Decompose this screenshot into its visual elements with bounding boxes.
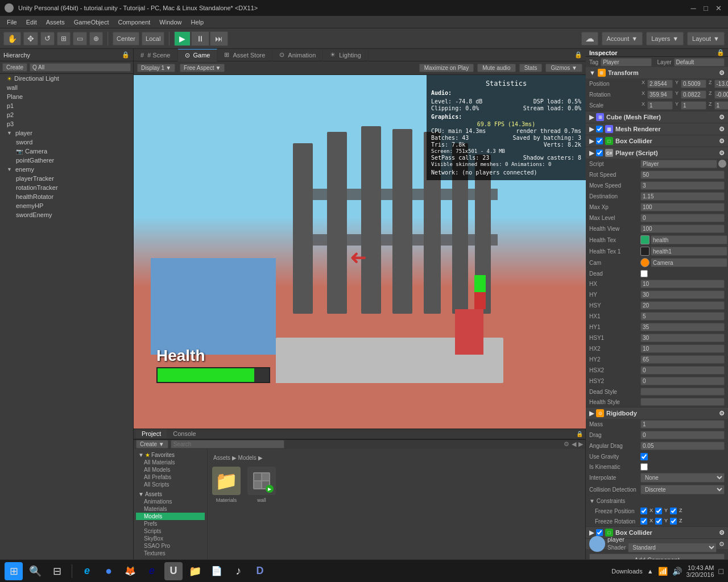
- chrome-btn[interactable]: ●: [100, 562, 118, 580]
- hierarchy-item-wall[interactable]: wall: [0, 83, 133, 92]
- destination-field[interactable]: [640, 192, 725, 201]
- search-btn[interactable]: 🔍: [26, 562, 44, 580]
- hsy1-field[interactable]: [640, 334, 725, 342]
- transform-header[interactable]: ▼ ⊞ Transform ⚙: [586, 67, 728, 78]
- scripts-item[interactable]: Scripts: [136, 527, 205, 535]
- all-materials-item[interactable]: All Materials: [136, 459, 205, 466]
- hx2-field[interactable]: [640, 344, 725, 353]
- all-models-item[interactable]: All Models: [136, 466, 205, 473]
- project-arrow-back-icon[interactable]: ◀: [572, 440, 576, 448]
- firefox-btn[interactable]: 🦊: [121, 562, 139, 580]
- mesh-filter-settings-icon[interactable]: ⚙: [719, 114, 725, 121]
- mesh-renderer-header[interactable]: ▶ ▦ Mesh Renderer ⚙: [586, 123, 728, 135]
- all-scripts-item[interactable]: All Scripts: [136, 481, 205, 488]
- rot-speed-field[interactable]: [640, 171, 725, 179]
- materials-item[interactable]: Materials: [136, 505, 205, 513]
- prefs-item[interactable]: Prefs: [136, 520, 205, 527]
- ie-btn[interactable]: e: [143, 562, 161, 580]
- scale-tool-btn[interactable]: ⊞: [57, 32, 71, 45]
- move-speed-field[interactable]: [640, 181, 725, 190]
- close-btn[interactable]: ✕: [713, 3, 723, 13]
- volume-icon[interactable]: 🔊: [672, 567, 682, 576]
- local-btn[interactable]: Local: [142, 32, 164, 45]
- cloud-btn[interactable]: ☁: [581, 32, 598, 45]
- max-level-field[interactable]: [640, 214, 725, 222]
- tab-animation[interactable]: ⊙ Animation: [272, 49, 323, 61]
- box-collider2-checkbox[interactable]: [596, 529, 603, 536]
- game-view[interactable]: ➜ Health Statistics Audio: Level: -74.8 …: [134, 75, 586, 429]
- hierarchy-search[interactable]: [30, 63, 131, 72]
- hierarchy-item-playertracker[interactable]: playerTracker: [9, 174, 133, 183]
- assets-group[interactable]: ▼Assets: [136, 490, 205, 498]
- rot-y-field[interactable]: [681, 90, 706, 99]
- menu-gameobject[interactable]: GameObject: [69, 18, 114, 27]
- box-collider-header[interactable]: ▶ □ Box Collider ⚙: [586, 135, 728, 147]
- hsy-field[interactable]: [640, 301, 725, 310]
- hsy2-field[interactable]: [640, 377, 725, 385]
- minimize-btn[interactable]: ─: [688, 3, 698, 13]
- layers-dropdown[interactable]: Layers ▼: [646, 32, 684, 45]
- collision-select[interactable]: Discrete Continuous Continuous Dynamic: [640, 485, 725, 494]
- mesh-filter-header[interactable]: ▶ ⊞ Cube (Mesh Filter) ⚙: [586, 111, 728, 123]
- hierarchy-item-sword[interactable]: sword: [9, 138, 133, 147]
- maximize-btn[interactable]: □: [701, 3, 711, 13]
- mute-audio-btn[interactable]: Mute audio: [477, 64, 515, 72]
- rot-x-field[interactable]: [647, 90, 673, 99]
- hierarchy-item-healthrotator[interactable]: healthRotator: [9, 192, 133, 201]
- drag-field[interactable]: [640, 431, 725, 439]
- box-collider-settings-icon[interactable]: ⚙: [719, 138, 725, 145]
- cam-field[interactable]: [651, 258, 727, 267]
- hierarchy-item-enemy[interactable]: ▼enemy: [0, 165, 133, 174]
- animations-item[interactable]: Animations: [136, 498, 205, 505]
- project-create-btn[interactable]: Create ▼: [136, 440, 168, 448]
- max-xp-field[interactable]: [640, 203, 725, 211]
- freeze-pos-z-checkbox[interactable]: [670, 508, 677, 514]
- project-settings-icon[interactable]: ⚙: [564, 440, 569, 448]
- all-prefabs-item[interactable]: All Prefabs: [136, 473, 205, 481]
- transform-tool-btn[interactable]: ⊕: [89, 32, 103, 45]
- hierarchy-item-p3[interactable]: p3: [0, 119, 133, 128]
- tab-asset-store[interactable]: ⊞ Asset Store: [217, 49, 272, 61]
- rigidbody-header[interactable]: ▶ ⊙ Rigidbody ⚙: [586, 408, 728, 419]
- explorer-btn[interactable]: 📁: [186, 562, 204, 580]
- models-item[interactable]: Models: [136, 513, 205, 520]
- freeze-pos-y-checkbox[interactable]: [655, 508, 662, 514]
- layout-dropdown[interactable]: Layout ▼: [687, 32, 725, 45]
- cam-color[interactable]: [640, 258, 650, 267]
- menu-assets[interactable]: Assets: [42, 18, 69, 27]
- move-tool-btn[interactable]: ✥: [23, 32, 38, 45]
- project-lock-icon[interactable]: 🔒: [576, 431, 583, 437]
- freeze-rot-x-checkbox[interactable]: [640, 518, 647, 525]
- hierarchy-create-btn[interactable]: Create: [2, 63, 27, 72]
- hsx2-field[interactable]: [640, 366, 725, 375]
- menu-edit[interactable]: Edit: [22, 18, 42, 27]
- pos-y-field[interactable]: [681, 80, 706, 88]
- tab-game[interactable]: ⊙ Game: [178, 49, 218, 61]
- interpolate-select[interactable]: None Interpolate Extrapolate: [640, 473, 725, 483]
- project-arrow-fwd-icon[interactable]: ▶: [578, 440, 583, 448]
- freeze-rot-y-checkbox[interactable]: [655, 518, 662, 525]
- gizmos-btn[interactable]: Gizmos ▼: [545, 64, 582, 72]
- hierarchy-item-p1[interactable]: p1: [0, 101, 133, 110]
- tab-project[interactable]: Project: [136, 429, 167, 438]
- box-collider2-settings-icon[interactable]: ⚙: [719, 529, 725, 537]
- play-btn[interactable]: ▶: [174, 31, 191, 46]
- aspect-dropdown[interactable]: Free Aspect ▼: [180, 64, 225, 72]
- inspector-lock-icon[interactable]: 🔒: [717, 49, 725, 56]
- hierarchy-item-rotationtracker[interactable]: rotationTracker: [9, 183, 133, 192]
- player-script-header[interactable]: ▶ C# Player (Script) ⚙: [586, 147, 728, 159]
- mesh-renderer-settings-icon[interactable]: ⚙: [719, 126, 725, 133]
- hierarchy-item-swordenemy[interactable]: swordEnemy: [9, 210, 133, 219]
- textures-item[interactable]: Textures: [136, 550, 205, 557]
- rect-tool-btn[interactable]: ▭: [73, 32, 87, 45]
- ssao-item[interactable]: SSAO Pro: [136, 542, 205, 550]
- edge-btn[interactable]: e: [78, 562, 96, 580]
- rot-z-field[interactable]: [714, 90, 728, 99]
- favorites-group[interactable]: ▼★Favorites: [136, 451, 205, 459]
- angular-drag-field[interactable]: [640, 442, 725, 450]
- mass-field[interactable]: [640, 420, 725, 429]
- show-more-icon[interactable]: ▲: [647, 568, 653, 575]
- center-btn[interactable]: Center: [113, 32, 139, 45]
- stats-btn[interactable]: Stats: [519, 64, 543, 72]
- hy-field[interactable]: [640, 290, 725, 299]
